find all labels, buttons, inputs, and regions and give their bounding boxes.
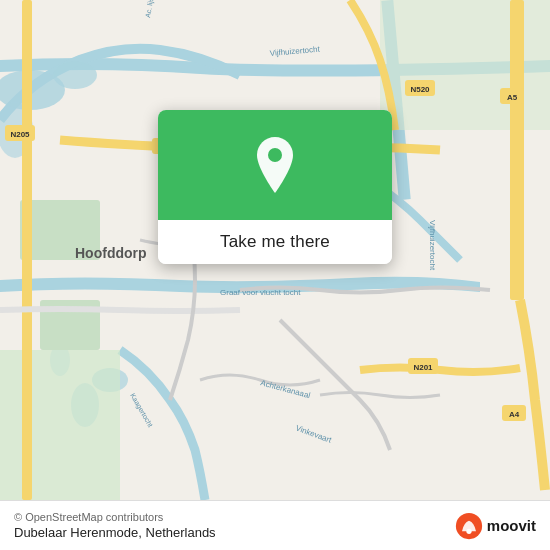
- svg-text:Hoofddorp: Hoofddorp: [75, 245, 147, 261]
- svg-rect-12: [22, 0, 32, 500]
- moovit-brand-text: moovit: [487, 517, 536, 534]
- svg-point-3: [53, 61, 97, 89]
- moovit-logo: moovit: [455, 512, 536, 540]
- svg-point-34: [268, 148, 282, 162]
- popup-action-area[interactable]: Take me there: [158, 220, 392, 264]
- svg-text:A5: A5: [507, 93, 518, 102]
- location-popup: Take me there: [158, 110, 392, 264]
- svg-text:N520: N520: [410, 85, 430, 94]
- take-me-there-button[interactable]: Take me there: [220, 232, 330, 252]
- copyright-text: © OpenStreetMap contributors: [14, 511, 216, 523]
- svg-text:N205: N205: [10, 130, 30, 139]
- svg-text:Vijfhuizertocht: Vijfhuizertocht: [428, 220, 437, 271]
- svg-point-36: [466, 528, 471, 533]
- svg-text:Graaf voor vlucht tocht: Graaf voor vlucht tocht: [220, 288, 301, 297]
- popup-header: [158, 110, 392, 220]
- map-view: N205 N201 N520 A5 N201 A4 Hoofddorp Vijf…: [0, 0, 550, 500]
- svg-rect-8: [380, 0, 550, 130]
- moovit-brand-icon: [455, 512, 483, 540]
- svg-text:A4: A4: [509, 410, 520, 419]
- location-pin-icon: [251, 137, 299, 193]
- location-label: Dubelaar Herenmode, Netherlands: [14, 525, 216, 540]
- svg-rect-13: [510, 0, 524, 300]
- footer-bar: © OpenStreetMap contributors Dubelaar He…: [0, 500, 550, 550]
- svg-text:N201: N201: [413, 363, 433, 372]
- svg-rect-11: [0, 350, 120, 500]
